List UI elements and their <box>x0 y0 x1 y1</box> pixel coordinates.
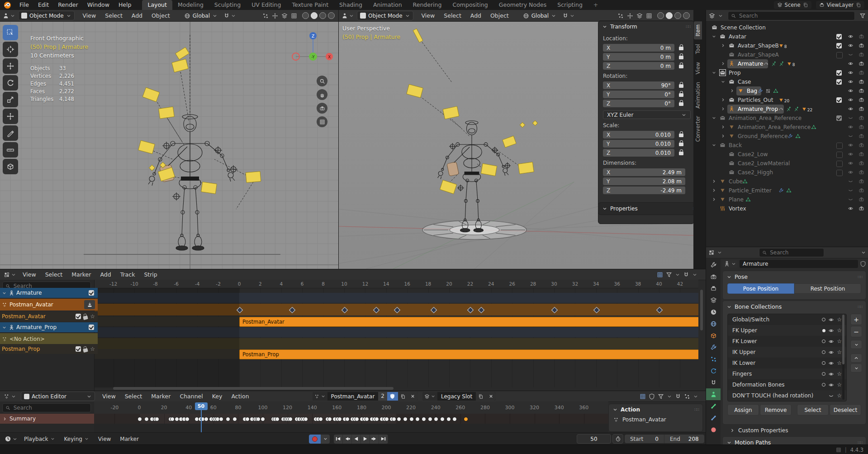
keyframe-dot[interactable] <box>170 417 175 421</box>
expand-expand-icon[interactable] <box>711 197 716 202</box>
fake-user-shield-icon[interactable] <box>860 261 866 267</box>
properties-tab-constraint[interactable] <box>706 377 721 388</box>
outliner-row[interactable]: Vortex <box>706 204 868 213</box>
eye-open-icon[interactable] <box>828 371 834 377</box>
panel-grip-icon[interactable] <box>858 305 862 309</box>
transform-tool[interactable] <box>3 109 18 124</box>
snap-magnet-icon[interactable] <box>675 393 681 400</box>
properties-tab-scene[interactable] <box>706 306 721 318</box>
keyframe-dot[interactable] <box>365 417 369 421</box>
workspace-tab-layout[interactable]: Layout <box>142 0 172 10</box>
location-field-x[interactable]: X0 m <box>603 44 674 52</box>
nla-channel-track[interactable]: Postman_Prop <box>0 344 98 354</box>
solo-star-icon[interactable] <box>837 371 842 377</box>
proportional-icon[interactable] <box>684 393 690 400</box>
expand-collapse-icon[interactable] <box>711 34 716 39</box>
outliner-search-input[interactable] <box>738 12 852 19</box>
workspace-tab-texture-paint[interactable]: Texture Paint <box>286 0 334 10</box>
mode-dropdown[interactable]: Object Mode <box>18 11 75 20</box>
select-box-tool[interactable] <box>3 25 18 40</box>
gizmo-toggle-icon[interactable] <box>272 13 278 19</box>
properties-search-input[interactable] <box>769 249 821 256</box>
keyframe-dot[interactable] <box>428 417 432 421</box>
camera-icon[interactable] <box>859 43 864 48</box>
move-tool[interactable] <box>3 58 18 74</box>
measure-tool[interactable] <box>3 142 18 158</box>
rotation-field-y[interactable]: Y0° <box>603 91 674 98</box>
sidebar-tab-converter[interactable]: Converter <box>694 113 702 145</box>
end-frame-field[interactable]: End208 <box>664 435 704 443</box>
dope-menu-view[interactable]: View <box>98 391 120 401</box>
outliner-row[interactable]: Prop <box>706 68 868 77</box>
keyframe-dot[interactable] <box>375 417 379 421</box>
keyframe-dot[interactable] <box>345 417 350 421</box>
bone-collections-assign-button[interactable]: Assign <box>727 404 759 416</box>
eye-open-icon[interactable] <box>848 169 854 175</box>
eye-open-icon[interactable] <box>828 328 834 334</box>
keyframe-dot[interactable] <box>318 417 323 421</box>
dope-search[interactable] <box>2 403 91 412</box>
solo-star-icon[interactable] <box>837 382 842 388</box>
properties-tab-material[interactable] <box>706 424 721 435</box>
viewport-menu-add[interactable]: Add <box>466 11 486 21</box>
eye-open-icon[interactable] <box>848 151 854 157</box>
viewport-menu-select[interactable]: Select <box>100 11 127 21</box>
chevron-down-icon[interactable] <box>726 274 732 280</box>
workspace-tab-uv-editing[interactable]: UV Editing <box>246 0 286 10</box>
proportional-icon[interactable] <box>262 13 269 19</box>
move-up-button[interactable] <box>850 354 862 363</box>
topbar-menu-file[interactable]: File <box>15 0 33 10</box>
expand-expand-icon[interactable] <box>721 134 726 139</box>
jump-to-start-button[interactable] <box>334 435 343 444</box>
bone-collections-remove-button[interactable]: Remove <box>760 404 792 416</box>
outliner-row[interactable]: Armature8 <box>706 59 868 68</box>
timeline-editor-dropdown[interactable] <box>3 435 19 442</box>
nla-menu-track[interactable]: Track <box>116 269 140 280</box>
eye-closed-icon[interactable] <box>848 52 854 57</box>
outliner-row[interactable]: Bag <box>706 86 868 96</box>
dropdown-icon[interactable] <box>693 394 698 399</box>
lock-icon[interactable] <box>679 143 683 146</box>
topbar-menu-render[interactable]: Render <box>53 0 83 10</box>
expand-expand-icon[interactable] <box>721 61 726 66</box>
shading-material-icon[interactable] <box>674 12 681 19</box>
camera-icon[interactable] <box>859 79 864 85</box>
properties-tab-data[interactable] <box>706 388 721 400</box>
filter-funnel-icon[interactable] <box>666 272 672 278</box>
nla-ruler[interactable]: -12-10-8-6-4-202468101214161820222426283… <box>94 280 698 288</box>
expand-expand-icon[interactable] <box>721 124 726 129</box>
visibility-checkbox[interactable] <box>836 97 842 103</box>
channel-checkbox[interactable] <box>89 325 94 330</box>
keyframe-dot[interactable] <box>204 417 209 421</box>
keyframe-dot[interactable] <box>288 417 293 421</box>
viewport-menu-object[interactable]: Object <box>486 11 513 21</box>
lock-icon[interactable] <box>679 152 683 155</box>
playbar-menu-playback[interactable]: Playback <box>19 436 60 442</box>
outliner-row[interactable]: Case <box>706 77 868 86</box>
nla-menu-marker[interactable]: Marker <box>67 269 95 280</box>
dope-keyframe-band[interactable] <box>94 414 608 424</box>
scene-selector[interactable]: Scene <box>774 1 811 9</box>
visibility-checkbox[interactable] <box>836 79 842 85</box>
viewport-left[interactable]: Object ModeViewSelectAddObjectGlobal Fro… <box>0 10 339 269</box>
overlays-toggle-icon[interactable] <box>636 13 643 19</box>
visibility-checkbox[interactable] <box>836 143 843 149</box>
workspace-tab-animation[interactable]: Animation <box>368 0 408 10</box>
visibility-checkbox[interactable] <box>836 34 842 39</box>
viewport-menu-view[interactable]: View <box>417 11 440 21</box>
view-blue-icon[interactable] <box>657 272 663 278</box>
expand-collapse-icon[interactable] <box>721 79 726 84</box>
outliner-row[interactable]: Ground_Reference <box>706 132 868 141</box>
nla-channel-action[interactable]: <No Action> <box>0 333 98 345</box>
camera-disabled-icon[interactable] <box>859 205 864 211</box>
mode-dropdown[interactable]: Object Mode <box>357 11 413 20</box>
eye-closed-icon[interactable] <box>848 187 854 193</box>
bone-collection-row[interactable]: DON'T TOUCH (head rotation) <box>728 390 846 401</box>
viewport-menu-object[interactable]: Object <box>147 11 175 21</box>
nla-hscrollbar[interactable] <box>113 387 394 390</box>
workspace-add-button[interactable]: + <box>588 0 603 10</box>
sidebar-tab-item[interactable]: Item <box>694 21 702 39</box>
eye-open-icon[interactable] <box>828 317 834 323</box>
camera-icon[interactable] <box>859 61 864 67</box>
solo-star-icon[interactable] <box>837 316 842 323</box>
